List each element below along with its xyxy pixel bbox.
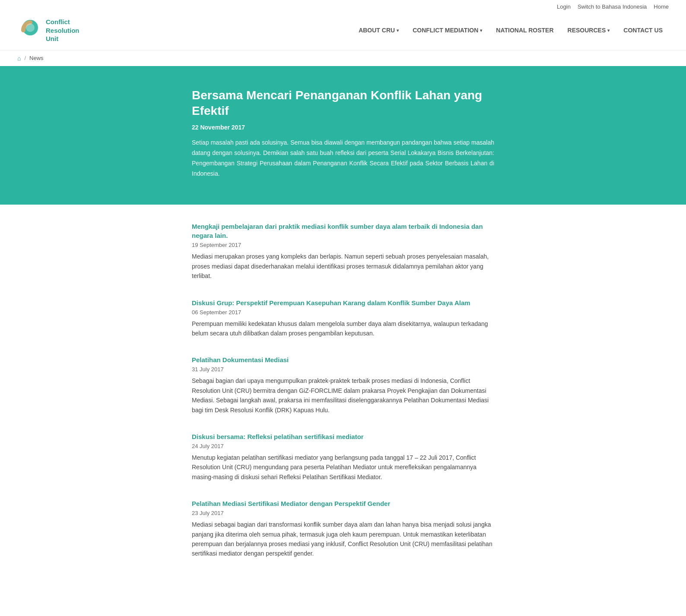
hero-body: Setiap masalah pasti ada solusinya. Semu… xyxy=(192,138,494,179)
breadcrumb: ⌂ / News xyxy=(0,51,686,66)
main-nav: ABOUT CRU ▾ CONFLICT MEDIATION ▾ NATIONA… xyxy=(353,23,669,37)
news-item: Pelatihan Dokumentasi Mediasi31 July 201… xyxy=(192,355,494,415)
breadcrumb-home-icon[interactable]: ⌂ xyxy=(17,55,21,62)
breadcrumb-separator: / xyxy=(24,55,26,61)
top-bar: Login Switch to Bahasa Indonesia Home xyxy=(0,0,686,13)
nav-resources[interactable]: RESOURCES ▾ xyxy=(562,23,616,37)
news-item: Pelatihan Mediasi Sertifikasi Mediator d… xyxy=(192,499,494,559)
hero-date: 22 November 2017 xyxy=(192,124,494,131)
about-cru-arrow: ▾ xyxy=(397,28,399,33)
news-date-2: 31 July 2017 xyxy=(192,366,494,373)
breadcrumb-news: News xyxy=(29,55,44,61)
nav-conflict-mediation[interactable]: CONFLICT MEDIATION ▾ xyxy=(407,23,488,37)
svg-point-1 xyxy=(26,23,35,32)
news-date-3: 24 July 2017 xyxy=(192,443,494,449)
news-excerpt-1: Perempuan memiliki kedekatan khusus dala… xyxy=(192,319,494,338)
news-title-4[interactable]: Pelatihan Mediasi Sertifikasi Mediator d… xyxy=(192,499,494,508)
news-date-4: 23 July 2017 xyxy=(192,510,494,516)
news-list: Mengkaji pembelajaran dari praktik media… xyxy=(192,205,494,601)
hero-banner: Bersama Mencari Penanganan Konflik Lahan… xyxy=(0,66,686,205)
news-title-2[interactable]: Pelatihan Dokumentasi Mediasi xyxy=(192,355,494,364)
news-item: Mengkaji pembelajaran dari praktik media… xyxy=(192,222,494,281)
switch-language-link[interactable]: Switch to Bahasa Indonesia xyxy=(578,3,647,10)
news-excerpt-3: Menutup kegiatan pelatihan sertifikasi m… xyxy=(192,453,494,482)
conflict-mediation-arrow: ▾ xyxy=(480,28,482,33)
news-item: Diskusi Grup: Perspektif Perempuan Kasep… xyxy=(192,298,494,338)
login-link[interactable]: Login xyxy=(557,3,571,10)
logo-icon xyxy=(17,18,41,42)
nav-about-cru[interactable]: ABOUT CRU ▾ xyxy=(353,23,405,37)
news-excerpt-0: Mediasi merupakan proses yang kompleks d… xyxy=(192,252,494,281)
news-title-0[interactable]: Mengkaji pembelajaran dari praktik media… xyxy=(192,222,494,240)
news-date-0: 19 September 2017 xyxy=(192,242,494,248)
news-excerpt-2: Sebagai bagian dari upaya mengumpulkan p… xyxy=(192,376,494,415)
logo-text: Conflict Resolution Unit xyxy=(46,18,79,43)
news-title-1[interactable]: Diskusi Grup: Perspektif Perempuan Kasep… xyxy=(192,298,494,307)
home-link[interactable]: Home xyxy=(654,3,669,10)
hero-title: Bersama Mencari Penanganan Konflik Lahan… xyxy=(192,88,494,119)
nav-contact-us[interactable]: CONTACT US xyxy=(617,23,669,37)
news-excerpt-4: Mediasi sebagai bagian dari transformasi… xyxy=(192,520,494,559)
news-item: Diskusi bersama: Refleksi pelatihan sert… xyxy=(192,432,494,482)
header: Conflict Resolution Unit ABOUT CRU ▾ CON… xyxy=(0,13,686,51)
news-date-1: 06 September 2017 xyxy=(192,309,494,316)
nav-national-roster[interactable]: NATIONAL ROSTER xyxy=(490,23,559,37)
logo[interactable]: Conflict Resolution Unit xyxy=(17,18,79,43)
resources-arrow: ▾ xyxy=(607,28,610,33)
news-title-3[interactable]: Diskusi bersama: Refleksi pelatihan sert… xyxy=(192,432,494,441)
